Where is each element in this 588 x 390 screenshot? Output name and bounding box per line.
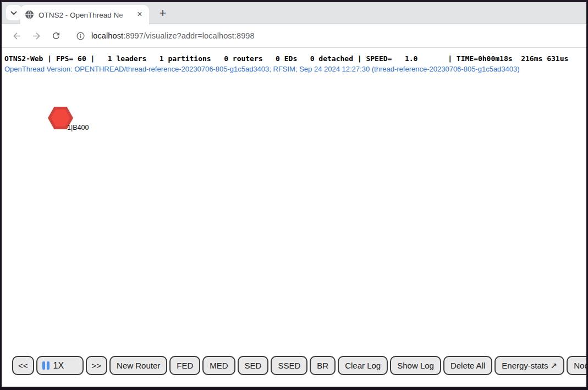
show-log-button[interactable]: Show Log [390,356,441,375]
reload-icon[interactable] [49,29,63,43]
node-stats-button[interactable]: Node-stats ↗ [567,356,586,375]
node-label: 1|B400 [67,124,89,131]
url-path: :8997/visualize?addr=localhost:8998 [123,31,255,40]
tab-title: OTNS2 - OpenThread Ne [39,11,123,19]
page-content: OTNS2-Web | FPS= 60 | 1 leaders 1 partit… [2,48,586,386]
url-host: localhost [91,31,123,40]
chevron-down-icon [10,9,17,17]
globe-favicon-icon [25,10,34,19]
speed-label: 1X [53,361,64,371]
new-router-button[interactable]: New Router [109,356,167,375]
browser-window: OTNS2 - OpenThread Ne × + localh [0,0,588,390]
forward-icon[interactable] [29,29,43,43]
br-button[interactable]: BR [310,356,336,375]
new-tab-button[interactable]: + [155,6,171,21]
action-toolbar: << 1X >> New Router FED MED SED SSED BR … [12,356,586,375]
energy-stats-button[interactable]: Energy-stats ↗ [494,356,564,375]
tab-strip: OTNS2 - OpenThread Ne × + [2,2,586,24]
fed-button[interactable]: FED [169,356,200,375]
delete-all-button[interactable]: Delete All [443,356,492,375]
speed-decrease-button[interactable]: << [12,356,34,375]
tab-close-icon[interactable]: × [135,10,145,20]
tab-title-wrap: OTNS2 - OpenThread Ne [39,10,131,20]
status-line: OTNS2-Web | FPS= 60 | 1 leaders 1 partit… [4,54,568,63]
clear-log-button[interactable]: Clear Log [338,356,388,375]
ssed-button[interactable]: SSED [271,356,307,375]
med-button[interactable]: MED [202,356,235,375]
version-link[interactable]: OpenThread Version: OPENTHREAD/thread-re… [4,65,520,73]
url-text[interactable]: localhost:8997/visualize?addr=localhost:… [91,31,255,40]
address-bar[interactable]: localhost:8997/visualize?addr=localhost:… [74,30,255,42]
back-icon[interactable] [9,29,24,43]
pause-icon [42,361,50,370]
browser-tab[interactable]: OTNS2 - OpenThread Ne × [20,5,149,24]
tab-search-button[interactable] [6,5,21,20]
tab-title-fade [117,10,131,20]
speed-increase-button[interactable]: >> [86,356,108,375]
pause-speed-button[interactable]: 1X [36,356,84,375]
site-info-icon[interactable] [74,30,86,42]
sed-button[interactable]: SED [238,356,269,375]
browser-toolbar: localhost:8997/visualize?addr=localhost:… [2,24,586,48]
